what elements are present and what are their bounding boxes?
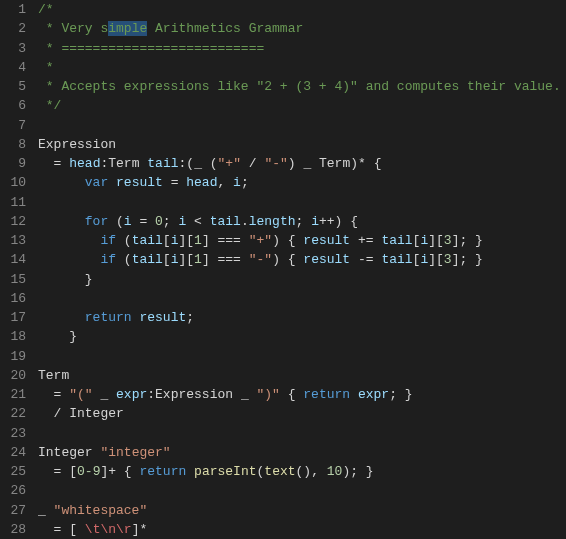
token: * (358, 156, 366, 171)
code-line[interactable]: */ (38, 96, 566, 115)
token: ; (186, 310, 194, 325)
code-line[interactable]: } (38, 327, 566, 346)
token: ][ (428, 233, 444, 248)
token: = (38, 522, 69, 537)
line-number: 5 (8, 77, 26, 96)
token: ) { (335, 214, 358, 229)
code-line[interactable] (38, 289, 566, 308)
code-line[interactable]: / Integer (38, 404, 566, 423)
token: . (241, 214, 249, 229)
token: Integer (38, 445, 93, 460)
token: 1 (194, 233, 202, 248)
token: , (217, 175, 233, 190)
line-number: 8 (8, 135, 26, 154)
token: ][ (428, 252, 444, 267)
token: result (303, 252, 350, 267)
code-line[interactable]: Integer "integer" (38, 443, 566, 462)
line-number: 19 (8, 347, 26, 366)
token: Term (38, 368, 69, 383)
code-line[interactable]: Term (38, 366, 566, 385)
code-line[interactable]: _ "whitespace" (38, 501, 566, 520)
token: */ (38, 98, 61, 113)
code-editor[interactable]: 1234567891011121314151617181920212223242… (0, 0, 566, 539)
token: 0-9 (77, 464, 100, 479)
code-line[interactable]: var result = head, i; (38, 173, 566, 192)
code-line[interactable] (38, 193, 566, 212)
token: ; (296, 214, 312, 229)
token: * Accepts expressions like "2 + (3 + 4)"… (38, 79, 561, 94)
token: [ (69, 522, 85, 537)
line-number: 26 (8, 481, 26, 500)
token: Term (108, 156, 139, 171)
token: if (100, 252, 116, 267)
code-line[interactable]: return result; (38, 308, 566, 327)
token (38, 156, 54, 171)
token: < (186, 214, 209, 229)
token: = (163, 175, 186, 190)
line-number: 1 (8, 0, 26, 19)
token: "+" (249, 233, 272, 248)
token: -= (350, 252, 381, 267)
line-number: 25 (8, 462, 26, 481)
code-line[interactable] (38, 347, 566, 366)
line-number: 28 (8, 520, 26, 539)
code-line[interactable]: for (i = 0; i < tail.length; i++) { (38, 212, 566, 231)
token: _ Term (296, 156, 351, 171)
line-number: 21 (8, 385, 26, 404)
token: += (350, 233, 381, 248)
code-line[interactable] (38, 481, 566, 500)
code-line[interactable]: * ========================== (38, 39, 566, 58)
token: "whitespace" (54, 503, 148, 518)
token: Arithmetics Grammar (147, 21, 303, 36)
token: } (38, 272, 93, 287)
token: * (139, 522, 147, 537)
code-line[interactable]: * (38, 58, 566, 77)
token: i (233, 175, 241, 190)
token: mple (116, 21, 147, 36)
token (38, 252, 100, 267)
token: "integer" (100, 445, 170, 460)
code-line[interactable]: = "(" _ expr:Expression _ ")" { return e… (38, 385, 566, 404)
code-line[interactable]: if (tail[i][1] === "+") { result += tail… (38, 231, 566, 250)
token: result (116, 175, 163, 190)
token: = (38, 464, 69, 479)
token: [ (163, 233, 171, 248)
token: ( (116, 233, 132, 248)
token: ")" (256, 387, 279, 402)
line-number: 3 (8, 39, 26, 58)
code-line[interactable]: = head:Term tail:(_ ("+" / "-") _ Term)*… (38, 154, 566, 173)
code-line[interactable]: Expression (38, 135, 566, 154)
token: length (249, 214, 296, 229)
line-number: 14 (8, 250, 26, 269)
token: i (124, 214, 132, 229)
token: head (186, 175, 217, 190)
code-line[interactable]: /* (38, 0, 566, 19)
token (38, 310, 85, 325)
token: ][ (178, 233, 194, 248)
token: return (85, 310, 132, 325)
code-line[interactable]: * Accepts expressions like "2 + (3 + 4)"… (38, 77, 566, 96)
token: tail (210, 214, 241, 229)
token: for (85, 214, 108, 229)
code-line[interactable] (38, 116, 566, 135)
token: ++ (319, 214, 335, 229)
token: tail (132, 233, 163, 248)
token: 3 (444, 252, 452, 267)
line-number: 12 (8, 212, 26, 231)
token: 0 (155, 214, 163, 229)
line-number: 7 (8, 116, 26, 135)
code-line[interactable]: } (38, 270, 566, 289)
line-number: 22 (8, 404, 26, 423)
token: / (241, 156, 264, 171)
code-line[interactable] (38, 424, 566, 443)
code-line[interactable]: if (tail[i][1] === "-") { result -= tail… (38, 250, 566, 269)
token: "-" (249, 252, 272, 267)
code-line[interactable]: = [ \t\n\r]* (38, 520, 566, 539)
code-line[interactable]: * Very simple Arithmetics Grammar (38, 19, 566, 38)
code-area[interactable]: /* * Very simple Arithmetics Grammar * =… (38, 0, 566, 539)
token: ) (350, 156, 358, 171)
code-line[interactable]: = [0-9]+ { return parseInt(text(), 10); … (38, 462, 566, 481)
token: i (108, 21, 116, 36)
token: ; (241, 175, 249, 190)
token: _ (194, 156, 210, 171)
